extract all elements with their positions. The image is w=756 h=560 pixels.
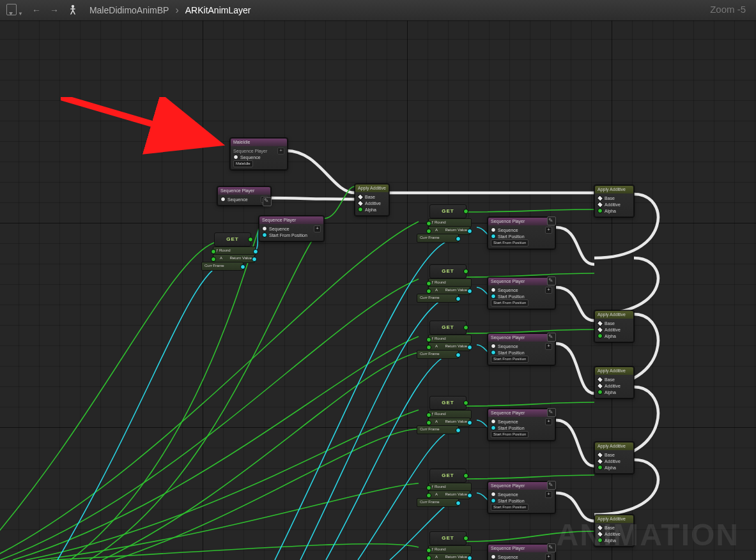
graph-canvas[interactable]: .w-white{stroke:#e8e8e8;stroke-width:4.5… — [0, 20, 756, 560]
node-applyadd-3[interactable]: Apply Additive Base Additive Alpha — [594, 367, 634, 398]
bookmark-pin[interactable] — [547, 482, 555, 490]
pin-out[interactable] — [463, 473, 468, 478]
pin-base[interactable] — [597, 320, 604, 327]
node-get-1[interactable]: GET — [429, 204, 467, 218]
node-currframe-5[interactable]: Curr Frame — [417, 498, 459, 507]
pin-sequence[interactable] — [491, 492, 496, 497]
pin-in[interactable] — [426, 493, 431, 498]
pin-in[interactable] — [426, 337, 431, 342]
node-seqplayer-6[interactable]: Sequence Player Sequence+ Start Position… — [488, 544, 555, 560]
pin-sequence[interactable] — [491, 554, 496, 559]
expand-button[interactable]: + — [545, 227, 552, 234]
pin-sequence[interactable] — [491, 287, 496, 292]
pin-out[interactable] — [456, 501, 461, 506]
pin-alpha[interactable] — [598, 538, 603, 543]
startpos-dropdown[interactable]: Start From Position — [491, 431, 528, 438]
bookmark-pin[interactable] — [547, 334, 555, 342]
node-return-6[interactable]: AReturn Value — [428, 553, 470, 560]
pin-startpos[interactable] — [262, 232, 267, 238]
nav-back[interactable]: ← — [32, 5, 41, 15]
startpos-dropdown[interactable]: Start From Position — [491, 299, 528, 306]
pin-in[interactable] — [426, 420, 431, 425]
node-maleidle[interactable]: MaleIdle Sequence Player+ Sequence MaleI… — [230, 138, 288, 170]
node-seqplayer-5[interactable]: Sequence Player Sequence+ Start Position… — [488, 481, 555, 513]
pin-alpha[interactable] — [358, 207, 363, 212]
pin-out[interactable] — [463, 536, 468, 541]
pin-sequence[interactable] — [491, 419, 496, 424]
pin-out[interactable] — [463, 269, 468, 274]
pin-out[interactable] — [456, 236, 461, 241]
node-seqplayer-3[interactable]: Sequence Player Sequence+ Start Position… — [488, 333, 555, 365]
node-seqplayer-top[interactable]: Sequence Player Sequence+ — [217, 186, 271, 206]
pin-out[interactable] — [463, 400, 468, 405]
pin-alpha[interactable] — [598, 208, 603, 213]
pin-out[interactable] — [253, 249, 258, 254]
pin-startpos[interactable] — [491, 350, 496, 355]
pin-sequence[interactable] — [233, 155, 238, 160]
pin-base[interactable] — [597, 195, 604, 202]
pin-sequence[interactable] — [491, 227, 496, 232]
node-applyadd-2[interactable]: Apply Additive Base Additive Alpha — [594, 310, 634, 342]
pin-sequence[interactable] — [262, 226, 267, 231]
pin-out[interactable] — [467, 229, 472, 234]
nav-forward[interactable]: → — [50, 5, 59, 15]
pin-out[interactable] — [467, 493, 472, 498]
pin-additive[interactable] — [597, 382, 604, 390]
pin-out[interactable] — [456, 352, 461, 358]
pin-startpos[interactable] — [491, 234, 496, 239]
pin-base[interactable] — [597, 376, 604, 383]
node-get-4[interactable]: GET — [429, 396, 467, 410]
asset-dropdown[interactable]: MaleIdle — [233, 160, 253, 167]
startpos-dropdown[interactable]: Start From Position — [491, 239, 528, 246]
pin-startpos[interactable] — [491, 498, 496, 503]
node-seqplayer-2[interactable]: Sequence Player Sequence+ Start Position… — [488, 277, 555, 309]
bookmark-pin[interactable] — [547, 278, 555, 285]
pin-sequence[interactable] — [220, 197, 226, 202]
node-get-6[interactable]: GET — [429, 531, 467, 545]
node-applyadd-4[interactable]: Apply Additive Base Additive Alpha — [594, 442, 634, 474]
pin-out[interactable] — [467, 345, 472, 350]
pin-startpos[interactable] — [491, 294, 496, 299]
pin-out[interactable] — [467, 420, 472, 425]
node-currframe-4[interactable]: Curr Frame — [417, 425, 459, 434]
node-seqplayer-4[interactable]: Sequence Player Sequence+ Start Position… — [488, 409, 555, 441]
pin-alpha[interactable] — [598, 390, 603, 395]
bookmark-pin[interactable] — [547, 545, 555, 552]
expand-button[interactable]: + — [277, 148, 284, 155]
expand-button[interactable]: + — [545, 491, 552, 498]
pin-sequence[interactable] — [491, 344, 496, 349]
bookmark-menu[interactable]: ▼ — [6, 4, 23, 17]
pin-additive[interactable] — [597, 458, 604, 465]
pin-in[interactable] — [211, 249, 216, 254]
pin-out[interactable] — [240, 264, 245, 269]
pin-out[interactable] — [463, 325, 468, 330]
pin-in[interactable] — [426, 281, 431, 286]
expand-button[interactable]: + — [545, 418, 552, 425]
pin-out[interactable] — [252, 257, 257, 262]
node-seqplayer-base[interactable]: Sequence Player Sequence+ Start From Pos… — [259, 216, 324, 241]
pin-in[interactable] — [426, 229, 431, 234]
pin-in[interactable] — [426, 345, 431, 350]
node-applyadd-5[interactable]: Apply Additive Base Additive Alpha — [594, 515, 634, 547]
node-applyadd-0[interactable]: Apply Additive Base Additive Alpha — [355, 184, 389, 216]
node-currframe-3[interactable]: Curr Frame — [417, 350, 459, 359]
pin-in[interactable] — [426, 221, 431, 226]
node-currframe-left[interactable]: Curr Frame — [201, 262, 243, 271]
pin-in[interactable] — [426, 556, 431, 560]
pin-out[interactable] — [456, 296, 461, 301]
pin-out[interactable] — [467, 556, 472, 560]
pin-in[interactable] — [426, 548, 431, 553]
node-currframe-1[interactable]: Curr Frame — [417, 234, 459, 243]
bookmark-pin[interactable] — [547, 218, 555, 225]
pin-in[interactable] — [426, 289, 431, 294]
startpos-dropdown[interactable]: Start From Position — [491, 504, 528, 511]
node-get-5[interactable]: GET — [429, 469, 467, 483]
node-get-2[interactable]: GET — [429, 264, 467, 278]
node-seqplayer-1[interactable]: Sequence Player Sequence+ Start Position… — [488, 217, 555, 249]
pin-additive[interactable] — [597, 326, 604, 333]
pin-in[interactable] — [211, 257, 216, 262]
node-get-left[interactable]: GET — [214, 232, 251, 246]
breadcrumb-current[interactable]: ARKitAnimLayer — [185, 5, 251, 15]
startpos-dropdown[interactable]: Start From Position — [491, 356, 528, 363]
node-applyadd-1[interactable]: Apply Additive Base Additive Alpha — [594, 185, 634, 217]
